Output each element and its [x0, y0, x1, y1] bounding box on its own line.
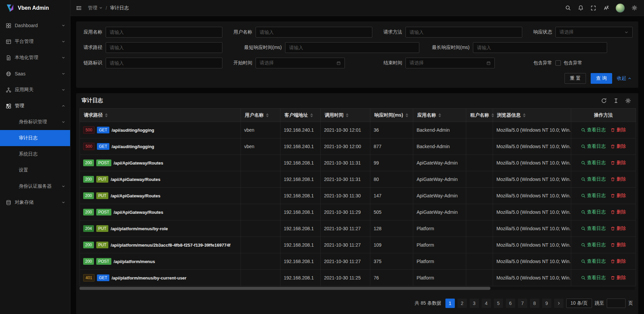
delete-button[interactable]: 删除 — [610, 209, 626, 215]
col-call-time[interactable]: 调用时间 — [321, 109, 370, 122]
end-time-picker[interactable]: 请选择 — [406, 58, 495, 68]
max-response-time-input[interactable] — [473, 42, 607, 53]
sidebar-item-dashboard[interactable]: Dashboard — [0, 17, 70, 34]
page-button[interactable]: 2 — [458, 299, 467, 308]
column-settings-icon[interactable] — [625, 98, 631, 104]
col-browser[interactable]: 浏览器信息 — [493, 109, 571, 122]
search-button[interactable]: 查 询 — [591, 73, 612, 84]
view-log-button[interactable]: 查看日志 — [581, 160, 606, 166]
col-client-ip[interactable]: 客户端地址 — [280, 109, 321, 122]
scrollbar-thumb[interactable] — [79, 287, 490, 290]
sort-icon[interactable] — [346, 113, 348, 117]
delete-button[interactable]: 删除 — [610, 242, 626, 248]
page-button[interactable]: 3 — [470, 299, 479, 308]
next-page-button[interactable] — [554, 299, 564, 308]
delete-button[interactable]: 删除 — [610, 275, 626, 281]
logo[interactable]: Vben Admin — [0, 0, 70, 16]
request-path-input[interactable] — [106, 42, 222, 53]
page-button[interactable]: 9 — [542, 299, 551, 308]
sidebar: Vben Admin Dashboard 平台管理 — [0, 0, 70, 314]
sidebar-item-object-storage[interactable]: 对象存储 — [0, 194, 70, 210]
view-log-button[interactable]: 查看日志 — [581, 275, 606, 281]
chevron-down-icon — [61, 184, 65, 188]
elapsed-cell: 375 — [370, 253, 413, 270]
call-time-cell: 2021-10-30 11:31 — [321, 171, 370, 188]
view-log-button[interactable]: 查看日志 — [581, 242, 606, 248]
sort-icon[interactable] — [438, 113, 441, 117]
page-button[interactable]: 6 — [506, 299, 515, 308]
collapse-link[interactable]: 收起 — [617, 75, 632, 81]
sidebar-item-localization[interactable]: 本地化管理 — [0, 50, 70, 66]
col-app-name[interactable]: 应用名称 — [413, 109, 466, 122]
settings-icon[interactable] — [628, 0, 641, 16]
col-elapsed[interactable]: 响应时间(ms) — [370, 109, 413, 122]
page-button[interactable]: 7 — [518, 299, 527, 308]
sidebar-item-audit-log[interactable]: 审计日志 — [0, 130, 70, 146]
col-request-path[interactable]: 请求路径 — [80, 109, 241, 122]
sort-icon[interactable] — [523, 113, 526, 117]
col-tenant[interactable]: 租户名称 — [466, 109, 493, 122]
page-button[interactable]: 8 — [530, 299, 539, 308]
reset-button[interactable]: 重 置 — [565, 73, 586, 84]
browser-cell: Mozilla/5.0 (Windows NT 10.0; Win... — [493, 253, 571, 270]
trash-icon — [610, 210, 615, 214]
view-log-button[interactable]: 查看日志 — [581, 226, 606, 232]
sidebar-item-settings[interactable]: 设置 — [0, 162, 70, 178]
view-log-button[interactable]: 查看日志 — [581, 209, 606, 215]
menu-fold-icon[interactable] — [76, 5, 82, 11]
delete-button[interactable]: 删除 — [610, 127, 626, 133]
delete-button[interactable]: 删除 — [610, 193, 626, 199]
delete-button[interactable]: 删除 — [610, 176, 626, 182]
view-log-button[interactable]: 查看日志 — [581, 258, 606, 264]
breadcrumb-root[interactable]: 管理 — [88, 5, 103, 11]
delete-button[interactable]: 删除 — [610, 258, 626, 264]
page-button[interactable]: 5 — [494, 299, 503, 308]
page-size-select[interactable]: 10 条/页 — [566, 299, 592, 308]
fullscreen-icon[interactable] — [587, 0, 600, 16]
field-max-response-time: 最长响应时间(ms) — [419, 42, 607, 53]
sort-icon[interactable] — [491, 113, 494, 117]
delete-button[interactable]: 删除 — [610, 143, 626, 149]
table-row: 401GET/api/platform/menus/by-current-use… — [80, 270, 636, 286]
status-badge: 200 — [83, 209, 94, 215]
min-response-time-input[interactable] — [285, 42, 419, 53]
notification-icon[interactable] — [574, 0, 587, 16]
start-time-picker[interactable]: 请选择 — [256, 58, 345, 68]
avatar[interactable] — [615, 3, 625, 13]
view-log-button[interactable]: 查看日志 — [581, 127, 606, 133]
delete-button[interactable]: 删除 — [610, 226, 626, 232]
user-name-input[interactable] — [256, 27, 372, 38]
page-button[interactable]: 1 — [445, 299, 455, 308]
sort-icon[interactable] — [266, 113, 269, 117]
sort-icon[interactable] — [310, 113, 313, 117]
http-method-input[interactable] — [406, 27, 522, 38]
sidebar-item-system-log[interactable]: 系统日志 — [0, 146, 70, 162]
trace-id-input[interactable] — [106, 58, 222, 68]
sort-icon[interactable] — [406, 113, 408, 117]
sidebar-item-auth-server[interactable]: 身份认证服务器 — [0, 178, 70, 194]
row-height-icon[interactable] — [613, 98, 619, 104]
refresh-icon[interactable] — [601, 98, 607, 104]
sort-icon[interactable] — [105, 113, 108, 117]
sidebar-item-platform[interactable]: 平台管理 — [0, 34, 70, 50]
call-time-cell: 2021-10-30 11:27 — [321, 253, 370, 270]
user-name-cell — [241, 188, 280, 204]
table-row: 200PUT/api/ApiGateway/Routes 192.168.208… — [80, 171, 636, 188]
view-log-button[interactable]: 查看日志 — [581, 193, 606, 199]
view-log-button[interactable]: 查看日志 — [581, 176, 606, 182]
sidebar-item-identity-management[interactable]: 身份标识管理 — [0, 114, 70, 130]
app-name-input[interactable] — [106, 27, 222, 38]
translate-icon[interactable] — [600, 0, 612, 16]
col-user-name[interactable]: 用户名称 — [241, 109, 280, 122]
view-log-button[interactable]: 查看日志 — [581, 143, 606, 149]
sidebar-item-gateway[interactable]: 应用网关 — [0, 82, 70, 98]
response-status-select[interactable]: 请选择 — [555, 27, 633, 38]
include-exception-checkbox[interactable] — [555, 60, 561, 66]
delete-button[interactable]: 删除 — [610, 160, 626, 166]
jump-page-input[interactable] — [607, 299, 626, 308]
sidebar-item-saas[interactable]: Saas — [0, 66, 70, 82]
calendar-icon — [336, 61, 341, 65]
sidebar-item-management[interactable]: 管理 — [0, 98, 70, 114]
page-button[interactable]: 4 — [482, 299, 491, 308]
search-icon[interactable] — [561, 0, 574, 16]
